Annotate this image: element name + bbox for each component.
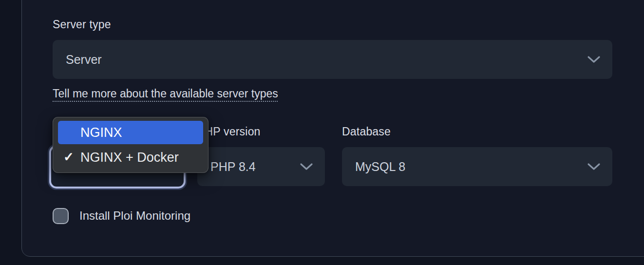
menu-item-nginx-docker[interactable]: ✓ NGINX + Docker xyxy=(58,146,203,169)
chevron-down-icon xyxy=(587,163,601,170)
install-monitoring-checkbox[interactable] xyxy=(53,208,69,224)
database-label: Database xyxy=(342,125,391,138)
database-value: MySQL 8 xyxy=(355,160,405,174)
chevron-down-icon xyxy=(300,163,313,170)
php-version-value: PHP 8.4 xyxy=(210,160,256,174)
php-version-select[interactable]: PHP 8.4 xyxy=(197,147,325,186)
chevron-down-icon xyxy=(587,56,601,63)
checkmark-icon: ✓ xyxy=(63,150,74,165)
database-select[interactable]: MySQL 8 xyxy=(342,147,612,186)
server-type-select[interactable]: Server xyxy=(53,40,612,79)
server-type-value: Server xyxy=(66,53,102,67)
install-monitoring-label: Install Ploi Monitoring xyxy=(79,209,190,223)
server-type-label: Server type xyxy=(53,18,111,31)
server-types-info-link[interactable]: Tell me more about the available server … xyxy=(53,87,278,100)
menu-item-nginx[interactable]: NGINX xyxy=(58,121,203,144)
menu-item-label: NGINX + Docker xyxy=(80,150,179,165)
webserver-dropdown-menu: NGINX ✓ NGINX + Docker xyxy=(53,117,208,173)
menu-item-label: NGINX xyxy=(80,125,122,140)
